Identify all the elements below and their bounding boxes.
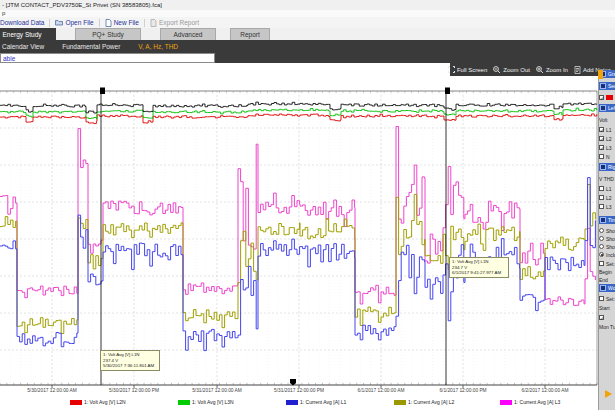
legend-swatch — [178, 400, 190, 405]
x-axis-label: 6/1/2017 12:00:00 AM — [339, 388, 423, 393]
radio-button[interactable] — [599, 228, 604, 233]
tooltip-line: 5/30/2017 7:36:11.801 AM — [103, 363, 157, 369]
legend-item[interactable]: 1: Current Avg [A] L3 — [500, 398, 560, 406]
sidebar-check-l3[interactable]: L3 — [599, 202, 615, 211]
checkbox[interactable] — [599, 261, 604, 266]
checkbox[interactable]: ✓ — [599, 127, 604, 132]
series-volt-avg-l1n — [0, 102, 597, 113]
sidebar-text: Begin — [599, 269, 612, 275]
panel-title: Right axis — [608, 164, 615, 170]
checkbox-label: N — [606, 154, 610, 160]
series-volt-avg-l3n — [0, 108, 597, 119]
radio-button[interactable] — [599, 252, 604, 257]
x-axis-label: 5/31/2017 12:00:00 PM — [257, 388, 341, 393]
legend-label: 1: Current Avg [A] L1 — [300, 399, 346, 405]
x-axis-label: 6/2/2017 12:00:00 AM — [503, 388, 587, 393]
cursor-tooltip-1: 1: Volt Avg [V] L1N237.4 V5/30/2017 7:36… — [100, 350, 160, 371]
x-axis-label: 6/1/2017 12:00:00 PM — [421, 388, 505, 393]
sidebar-check-l2[interactable]: L2 — [599, 193, 615, 202]
application-window: - [JTM CONTACT_PDV3750E_St Privet (SN 38… — [0, 0, 615, 410]
sidebar-check-l3[interactable]: ✓L3 — [599, 143, 615, 152]
settings-sidebar: GraphSecond✓Left axisVolt✓L1✓L2✓L3NRight… — [598, 70, 615, 410]
legend-item[interactable]: 1: Current Avg [A] L1 — [286, 398, 346, 406]
sidebar-check[interactable]: ✓ — [599, 313, 615, 322]
legend-label: 1: Current Avg [A] L3 — [514, 399, 560, 405]
panel-icon — [600, 285, 606, 291]
x-axis-label: 5/31/2017 12:00:00 AM — [175, 388, 259, 393]
x-axis-label: 5/30/2017 12:00:00 PM — [92, 388, 176, 393]
sidebar-radio-include[interactable]: Include — [599, 250, 615, 259]
sidebar-text: Start — [599, 305, 610, 311]
sidebar-checkswatch[interactable]: ✓ — [599, 93, 615, 102]
legend-swatch — [70, 400, 82, 405]
checkbox-label: L1 — [606, 127, 612, 133]
radio-label: Show day — [606, 228, 615, 234]
timeseries-chart[interactable] — [0, 0, 598, 410]
sidebar-header-second[interactable]: Second — [599, 82, 615, 90]
sidebar-check-l1[interactable]: ✓L1 — [599, 125, 615, 134]
checkbox-label: L3 — [606, 204, 612, 210]
radio-button[interactable] — [599, 236, 604, 241]
sidebar-label-mon-tue: Mon Tue — [599, 322, 615, 331]
sidebar-check-l2[interactable]: ✓L2 — [599, 134, 615, 143]
panel-title: Graph — [608, 71, 615, 77]
sidebar-check-l1[interactable]: L1 — [599, 184, 615, 193]
series-current-avg-l3 — [0, 127, 595, 306]
sidebar-header-time[interactable]: Time — [599, 216, 615, 224]
tooltip-line: 6/1/2017 9:41:27.977 AM — [452, 270, 506, 276]
checkbox[interactable] — [599, 186, 604, 191]
radio-label: Include — [606, 252, 615, 258]
panel-title: Time — [608, 217, 615, 223]
checkbox[interactable] — [599, 296, 604, 301]
legend-swatch — [286, 400, 298, 405]
sidebar-check-n[interactable]: N — [599, 152, 615, 161]
panel-icon — [600, 217, 606, 223]
legend-item[interactable]: 1: Current Avg [A] L2 — [394, 398, 454, 406]
panel-title: Work — [608, 285, 615, 291]
checkbox[interactable]: ✓ — [599, 315, 604, 320]
x-axis-label: 5/30/2017 12:00:00 AM — [10, 388, 94, 393]
checkbox[interactable] — [599, 154, 604, 159]
sidebar-label-end: End — [599, 275, 615, 284]
checkbox-label: Set: — [606, 296, 615, 302]
sidebar-header-right-axis[interactable]: Right axis — [599, 163, 615, 171]
sidebar-text: V THD — [599, 176, 614, 182]
sidebar-label-volt: Volt — [599, 115, 615, 124]
sidebar-label-v-thd: V THD — [599, 174, 615, 183]
cursor-marker-2[interactable] — [445, 88, 450, 386]
checkbox[interactable]: ✓ — [599, 145, 604, 150]
sidebar-header-work[interactable]: Work — [599, 284, 615, 292]
panel-icon — [600, 164, 606, 170]
sidebar-text: Mon Tue — [599, 324, 615, 330]
scroll-right-arrow-icon[interactable] — [605, 390, 612, 398]
legend-item[interactable]: 1: Volt Avg [V] L3N — [178, 398, 234, 406]
series-color-swatch — [606, 95, 613, 100]
sidebar-check-set-[interactable]: Set: — [599, 294, 615, 303]
checkbox-label: Set: — [606, 261, 615, 267]
checkbox[interactable] — [599, 204, 604, 209]
radio-label: Show week — [606, 236, 615, 242]
checkbox[interactable] — [599, 195, 604, 200]
panel-title: Left axis — [608, 105, 615, 111]
checkbox[interactable]: ✓ — [599, 136, 604, 141]
checkbox-label: L3 — [606, 145, 612, 151]
checkbox[interactable]: ✓ — [599, 95, 604, 100]
checkbox-label: L2 — [606, 136, 612, 142]
legend-swatch — [500, 400, 512, 405]
legend-item[interactable]: 1: Volt Avg [V] L2N — [70, 398, 126, 406]
sidebar-text: Volt — [599, 117, 607, 123]
sidebar-label-start: Start — [599, 303, 615, 312]
radio-button[interactable] — [599, 244, 604, 249]
checkbox-label: L2 — [606, 195, 612, 201]
panel-icon — [600, 105, 606, 111]
legend-swatch — [394, 400, 406, 405]
cursor-tooltip-2: 1: Volt Avg [V] L1N234.7 V6/1/2017 9:41:… — [449, 257, 509, 278]
legend-label: 1: Volt Avg [V] L2N — [84, 399, 126, 405]
legend-label: 1: Volt Avg [V] L3N — [192, 399, 234, 405]
sidebar-alert-marker — [598, 70, 603, 79]
sidebar-header-left-axis[interactable]: Left axis — [599, 104, 615, 112]
sidebar-text: End — [599, 277, 608, 283]
panel-title: Second — [608, 83, 615, 89]
checkbox-label: L1 — [606, 186, 612, 192]
legend-label: 1: Current Avg [A] L2 — [408, 399, 454, 405]
